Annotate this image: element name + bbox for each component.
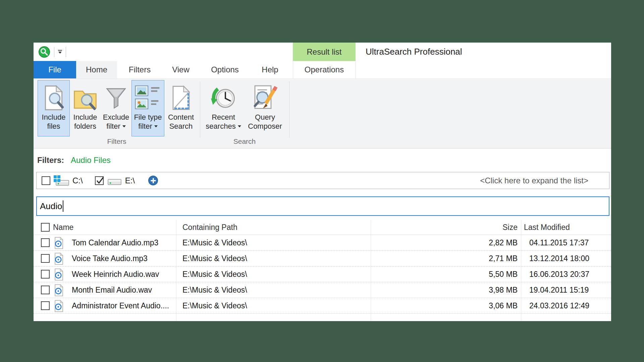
tab-operations[interactable]: Operations <box>293 61 356 78</box>
cell-path: E:\Music & Videos\ <box>182 282 247 298</box>
ribbon-button-label: Composer <box>248 122 282 131</box>
ribbon-button-label: folders <box>74 122 96 131</box>
row-checkbox[interactable] <box>41 238 50 247</box>
cell-path: E:\Music & Videos\ <box>182 298 247 313</box>
exclude-filter-button[interactable]: Excludefilter <box>101 80 131 136</box>
menu-tab-options[interactable]: Options <box>199 61 251 78</box>
active-filter-bar: Filters: Audio Files <box>34 148 611 172</box>
toolbar-separator <box>66 47 66 57</box>
add-drive-button[interactable] <box>148 176 158 185</box>
audio-file-icon <box>54 253 64 266</box>
app-logo-icon <box>38 46 50 58</box>
cell-name: Administrator Event Audio.... <box>72 298 169 313</box>
drive-icon <box>107 175 122 186</box>
content-search-button[interactable]: ContentSearch <box>165 80 197 136</box>
row-checkbox[interactable] <box>41 254 50 263</box>
select-all-checkbox[interactable] <box>41 223 50 232</box>
drive-item-c[interactable]: C:\ <box>42 175 83 186</box>
cell-path: E:\Music & Videos\ <box>182 235 247 250</box>
menu-tab-file[interactable]: File <box>34 61 76 78</box>
cell-name: Week Heinrich Audio.wav <box>72 266 159 282</box>
row-checkbox[interactable] <box>41 286 50 294</box>
cell-name: Voice Take Audio.mp3 <box>72 251 148 266</box>
drive-e-label: E:\ <box>125 176 135 185</box>
menu-tab-help[interactable]: Help <box>251 61 289 78</box>
ribbon-button-label: filter <box>138 122 158 131</box>
cell-modified: 19.04.2011 15:19 <box>529 282 589 298</box>
menu-tab-view[interactable]: View <box>162 61 199 78</box>
menu-tab-home[interactable]: Home <box>76 61 117 78</box>
dropdown-arrow-icon <box>122 125 126 127</box>
tab-result-list[interactable]: Result list <box>293 43 356 61</box>
recent-searches-icon <box>210 83 237 113</box>
ribbon-button-label: Include <box>42 113 66 122</box>
audio-file-icon <box>54 237 64 250</box>
column-header-size[interactable]: Size <box>371 220 518 235</box>
column-header-name[interactable]: Name <box>53 220 73 235</box>
ribbon-button-label: files <box>47 122 60 131</box>
cell-modified: 04.11.2015 17:37 <box>529 235 589 250</box>
system-drive-icon <box>53 175 69 186</box>
file-type-filter-icon <box>135 83 161 113</box>
table-body: Tom Calendar Audio.mp3E:\Music & Videos\… <box>34 235 611 314</box>
search-input[interactable]: Audio <box>36 196 609 216</box>
audio-file-icon <box>54 284 64 298</box>
ribbon: Filters Search IncludefilesIncludefolder… <box>34 78 611 148</box>
cell-name: Month Email Audio.wav <box>72 282 152 298</box>
ribbon-group-label-filters: Filters <box>34 137 200 145</box>
table-row[interactable]: Voice Take Audio.mp3E:\Music & Videos\2,… <box>34 251 611 266</box>
ribbon-button-label: Content <box>168 113 194 122</box>
drive-c-checkbox[interactable] <box>42 176 50 185</box>
drive-c-label: C:\ <box>72 176 83 185</box>
ribbon-button-label: filter <box>106 122 126 131</box>
include-files-icon <box>41 83 66 113</box>
audio-file-icon <box>54 300 64 313</box>
expand-list-hint[interactable]: <Click here to expand the list> <box>480 176 588 185</box>
menu-tab-filters[interactable]: Filters <box>117 61 162 78</box>
window-title: UltraSearch Professional <box>366 43 462 61</box>
ribbon-button-label: Query <box>255 113 275 122</box>
row-checkbox[interactable] <box>41 301 50 310</box>
table-header: Name Containing Path Size Last Modified <box>34 220 611 235</box>
drive-item-e[interactable]: E:\ <box>95 175 135 186</box>
drive-e-checkbox[interactable] <box>95 176 104 185</box>
recent-searches-button[interactable]: Recentsearches <box>203 80 244 136</box>
drive-selection-bar: C:\ E:\ <Click here to exp <box>36 172 609 189</box>
cell-path: E:\Music & Videos\ <box>182 266 247 282</box>
ribbon-group-label-search: Search <box>200 137 289 145</box>
column-header-modified[interactable]: Last Modified <box>524 220 570 235</box>
file-type-filter-button[interactable]: File typefilter <box>131 80 164 136</box>
ribbon-button-label: Search <box>169 122 193 131</box>
column-header-path[interactable]: Containing Path <box>182 220 237 235</box>
include-folders-icon <box>72 83 98 113</box>
table-row[interactable]: Tom Calendar Audio.mp3E:\Music & Videos\… <box>34 235 611 251</box>
table-row[interactable]: Administrator Event Audio....E:\Music & … <box>34 298 611 314</box>
table-row[interactable]: Week Heinrich Audio.wavE:\Music & Videos… <box>34 266 611 282</box>
query-composer-icon <box>252 83 278 113</box>
cell-name: Tom Calendar Audio.mp3 <box>72 235 158 250</box>
include-files-button[interactable]: Includefiles <box>38 80 70 136</box>
audio-file-icon <box>54 268 64 282</box>
filters-label: Filters: <box>37 156 64 165</box>
cell-size: 5,50 MB <box>371 266 518 282</box>
app-window: Result list UltraSearch Professional Fil… <box>34 43 611 321</box>
query-composer-button[interactable]: QueryComposer <box>246 80 284 136</box>
dropdown-arrow-icon <box>154 125 158 127</box>
active-filter-value[interactable]: Audio Files <box>71 156 111 165</box>
ribbon-button-label: File type <box>134 113 162 122</box>
desktop-background: Result list UltraSearch Professional Fil… <box>0 0 644 362</box>
search-text: Audio <box>40 201 62 212</box>
ribbon-button-label: Exclude <box>103 113 129 122</box>
customize-toolbar-dropdown-icon[interactable] <box>58 50 62 54</box>
cell-size: 2,82 MB <box>371 235 518 250</box>
row-checkbox[interactable] <box>41 270 50 279</box>
quick-access-toolbar <box>34 43 66 61</box>
ribbon-button-label: Include <box>73 113 97 122</box>
table-row[interactable]: Month Email Audio.wavE:\Music & Videos\3… <box>34 282 611 298</box>
ribbon-group-separator <box>200 81 200 138</box>
ribbon-group-separator <box>289 81 289 138</box>
content-search-icon <box>169 83 193 113</box>
cell-path: E:\Music & Videos\ <box>182 251 247 266</box>
include-folders-button[interactable]: Includefolders <box>70 80 100 136</box>
text-caret <box>63 200 63 212</box>
